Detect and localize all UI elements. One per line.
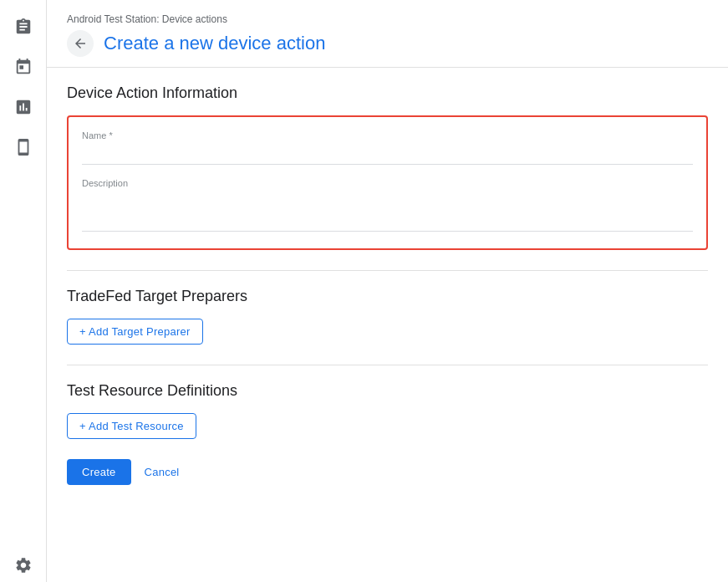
page-title-row: Create a new device action — [67, 30, 708, 57]
description-input[interactable] — [82, 191, 693, 232]
cancel-button[interactable]: Cancel — [135, 459, 190, 485]
sidebar-item-calendar[interactable] — [7, 50, 40, 84]
test-resource-definitions-section: Test Resource Definitions + Add Test Res… — [67, 382, 708, 439]
breadcrumb: Android Test Station: Device actions — [67, 13, 708, 25]
device-action-info-title: Device Action Information — [67, 84, 708, 102]
name-input[interactable] — [82, 144, 693, 165]
sidebar-item-clipboard[interactable] — [7, 10, 40, 43]
tradefed-target-preparers-title: TradeFed Target Preparers — [67, 288, 708, 305]
page-header: Android Test Station: Device actions Cre… — [47, 0, 728, 68]
content-area: Device Action Information Name * Descrip… — [47, 68, 728, 502]
back-button[interactable] — [67, 30, 94, 57]
create-button[interactable]: Create — [67, 459, 131, 485]
add-target-preparer-button[interactable]: + Add Target Preparer — [67, 319, 203, 345]
section-divider-2 — [67, 365, 708, 365]
sidebar — [0, 0, 47, 582]
sidebar-item-phone[interactable] — [7, 130, 40, 164]
main-content: Android Test Station: Device actions Cre… — [47, 0, 728, 582]
description-field-group: Description — [82, 178, 693, 235]
description-label: Description — [82, 178, 693, 188]
test-resource-definitions-title: Test Resource Definitions — [67, 382, 708, 400]
page-title: Create a new device action — [104, 33, 325, 54]
device-action-form-card: Name * Description — [67, 115, 708, 250]
sidebar-item-settings[interactable] — [7, 549, 40, 582]
tradefed-target-preparers-section: TradeFed Target Preparers + Add Target P… — [67, 288, 708, 345]
action-row: Create Cancel — [67, 459, 708, 485]
name-field-group: Name * — [82, 130, 693, 165]
name-label: Name * — [82, 130, 693, 140]
section-divider-1 — [67, 270, 708, 271]
sidebar-item-analytics[interactable] — [7, 90, 40, 124]
add-test-resource-button[interactable]: + Add Test Resource — [67, 413, 196, 439]
device-action-info-section: Device Action Information Name * Descrip… — [67, 84, 708, 250]
